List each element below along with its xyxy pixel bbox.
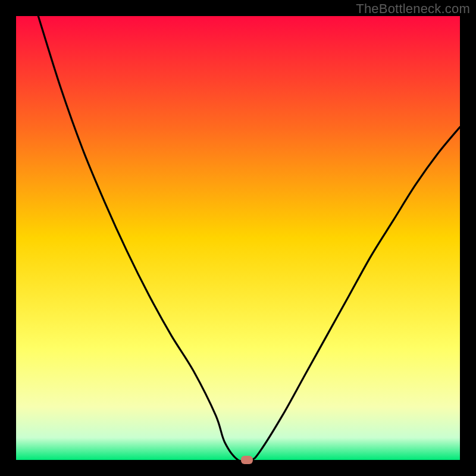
bottleneck-chart <box>0 0 476 476</box>
chart-frame: TheBottleneck.com <box>0 0 476 476</box>
plot-background-gradient <box>16 16 460 460</box>
watermark-text: TheBottleneck.com <box>356 1 470 17</box>
optimal-point-marker <box>241 456 253 464</box>
